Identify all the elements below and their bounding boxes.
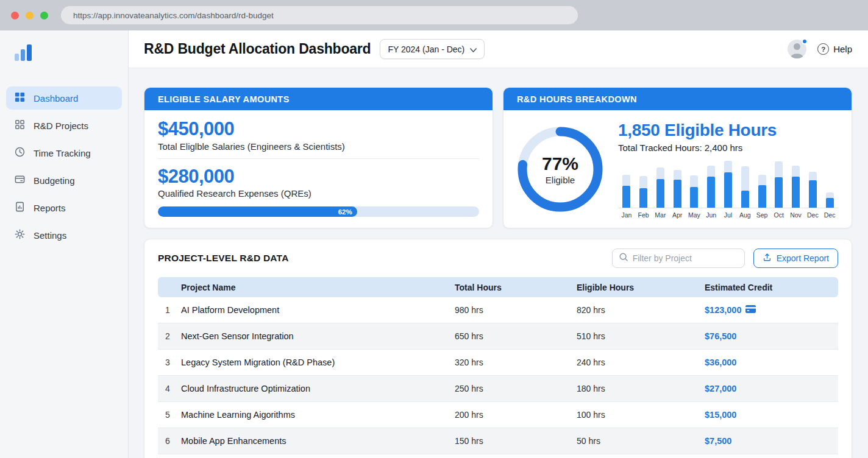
total-hours: 320 hrs	[455, 358, 577, 367]
eligible-hours: 240 hrs	[577, 358, 705, 367]
notification-dot	[802, 38, 808, 44]
question-icon: ?	[817, 43, 829, 55]
bar-label: Mar	[652, 211, 669, 219]
eligible-hours-bar	[741, 191, 749, 208]
project-table-card: PROJECT-LEVEL R&D DATA Exp	[144, 239, 852, 458]
row-index: 6	[158, 436, 181, 446]
qre-label: Qualified Research Expenses (QREs)	[158, 188, 479, 199]
eligible-hours: 820 hrs	[577, 305, 705, 315]
close-button[interactable]	[11, 12, 19, 19]
eligible-hours-bar	[639, 188, 647, 208]
minimize-button[interactable]	[26, 12, 34, 19]
project-name: Cloud Infrastructure Optimization	[181, 384, 455, 393]
project-name: Legacy System Migration (R&D Phase)	[181, 358, 455, 367]
row-index: 5	[158, 410, 181, 420]
table-row: 4 Cloud Infrastructure Optimization 250 …	[158, 376, 838, 402]
search-icon	[619, 252, 628, 264]
total-hours-bar	[707, 166, 715, 208]
table-title: PROJECT-LEVEL R&D DATA	[158, 253, 289, 264]
export-report-button[interactable]: Export Report	[753, 248, 838, 268]
total-hours-bar	[741, 166, 749, 208]
bar-column	[770, 160, 788, 208]
table-row: 5 Machine Learning Aigorithms 200 hrs 10…	[158, 402, 838, 428]
credit-value: $123,000	[705, 305, 741, 315]
page-header: R&D Budget Allocation Dashboard FY 2024 …	[129, 30, 868, 68]
project-filter-input[interactable]	[633, 253, 738, 263]
eligible-hours: 50 hrs	[577, 436, 705, 446]
estimated-credit: $7,500	[705, 436, 838, 446]
total-hours-bar	[656, 167, 664, 208]
eligible-hours: 510 hrs	[577, 331, 705, 341]
divider	[158, 158, 479, 159]
col-project-name: Project Name	[181, 283, 455, 292]
eligible-hours: 180 hrs	[577, 384, 705, 393]
table-row: 6 Mobile App Enhancements 150 hrs 50 hrs…	[158, 428, 838, 454]
donut-sublabel: Eligible	[546, 175, 575, 185]
avatar[interactable]	[788, 40, 806, 58]
clock-icon	[14, 146, 26, 160]
sidebar-item-reports[interactable]: Reports	[6, 196, 122, 219]
table-row: 3 Legacy System Migration (R&D Phase) 32…	[158, 350, 838, 376]
credit-card-icon	[14, 174, 26, 187]
credit-value: $7,500	[705, 436, 731, 446]
sidebar-item-rd-projects[interactable]: R&D Projects	[6, 114, 122, 137]
bar-column	[720, 160, 737, 208]
eligible-hours-bar	[622, 186, 630, 208]
eligible-hours-bar	[792, 177, 800, 208]
fiscal-year-value: FY 2024 (Jan - Dec)	[388, 44, 464, 54]
estimated-credit: $15,000	[705, 410, 838, 420]
eligible-hours-bar	[809, 180, 817, 208]
fullscreen-button[interactable]	[40, 12, 48, 19]
app-logo-icon	[15, 44, 122, 61]
estimated-credit: $36,000	[705, 358, 838, 367]
sidebar-item-label: Time Tracking	[34, 148, 91, 158]
sidebar-item-label: Dashboard	[34, 93, 78, 104]
bar-label: May	[686, 211, 703, 219]
sidebar-item-time-tracking[interactable]: Time Tracking	[6, 141, 122, 164]
monthly-bar-labels: JanFebMarAprMayJunJulAugSepOctNovDecDec	[618, 211, 838, 219]
eligible-hours-bar	[826, 198, 834, 208]
bar-label: Feb	[635, 211, 652, 219]
bar-column	[618, 160, 635, 208]
qre-value: $280,000	[158, 166, 479, 188]
bar-label: Aug	[736, 211, 753, 219]
tracked-hours-subtext: Total Tracked Hours: 2,400 hrs	[618, 143, 838, 153]
donut-percent: 77%	[542, 153, 578, 174]
col-eligible-hours: Eligible Hours	[577, 283, 705, 292]
total-salaries-value: $450,000	[158, 118, 479, 140]
credit-value: $36,000	[705, 358, 736, 367]
bar-column	[703, 160, 720, 208]
url-bar[interactable]: https://app.innovateanalytics.com/dashbo…	[61, 6, 578, 24]
browser-chrome: https://app.innovateanalytics.com/dashbo…	[0, 0, 868, 30]
eligible-hours-bar	[758, 185, 766, 208]
eligible-hours: 100 hrs	[577, 410, 705, 420]
project-name: AI Platform Development	[181, 305, 455, 315]
bar-label: Oct	[770, 211, 788, 219]
project-filter-box	[612, 248, 745, 268]
total-hours: 150 hrs	[455, 436, 577, 446]
estimated-credit: $27,000	[705, 384, 838, 393]
eligible-hours-bar	[674, 180, 681, 208]
total-hours-bar	[690, 175, 698, 208]
total-hours-bar	[826, 192, 834, 208]
eligible-hours-bar	[656, 179, 664, 208]
help-button[interactable]: ? Help	[817, 43, 852, 55]
eligible-hours-bar	[775, 177, 783, 208]
credit-value: $15,000	[705, 410, 736, 420]
bar-label: Jun	[703, 211, 720, 219]
url-text: https://app.innovateanalytics.com/dashbo…	[73, 11, 274, 20]
qre-progress-fill: 62%	[158, 206, 357, 217]
table-header-row: Project Name Total Hours Eligible Hours …	[158, 277, 838, 297]
sidebar-item-dashboard[interactable]: Dashboard	[6, 86, 122, 110]
sidebar-item-budgeting[interactable]: Budgeting	[6, 169, 122, 192]
eligible-hours-bar	[724, 172, 732, 208]
eligible-hours-donut-chart: 77% Eligible	[517, 126, 603, 213]
bar-label: Dec	[804, 211, 821, 219]
page-title: R&D Budget Allocation Dashboard	[144, 41, 371, 57]
bar-column	[686, 160, 703, 208]
sidebar-item-settings[interactable]: Settings	[6, 224, 122, 247]
fiscal-year-dropdown[interactable]: FY 2024 (Jan - Dec)	[380, 39, 485, 59]
grid-icon	[14, 119, 26, 132]
sidebar-item-label: Settings	[34, 230, 66, 241]
credit-card-icon[interactable]	[745, 305, 756, 315]
